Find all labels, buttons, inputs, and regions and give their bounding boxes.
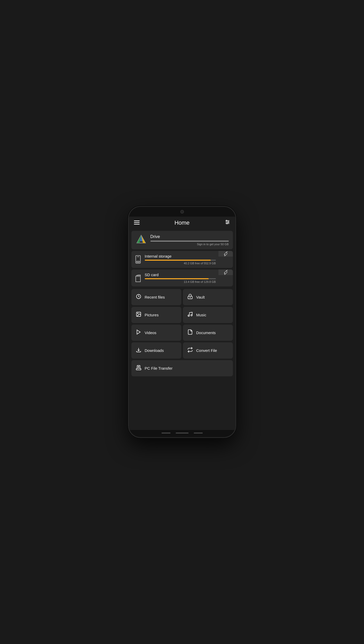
nav-recents-pill[interactable] xyxy=(194,433,203,434)
svg-point-26 xyxy=(137,313,138,314)
drive-logo-icon xyxy=(136,234,147,246)
clock-icon xyxy=(136,294,142,301)
svg-rect-2 xyxy=(134,224,140,225)
svg-point-17 xyxy=(138,262,138,262)
svg-point-6 xyxy=(226,220,227,221)
page-title: Home xyxy=(174,219,190,226)
internal-storage-progress xyxy=(145,260,211,261)
shortcut-music[interactable]: Music xyxy=(183,307,233,323)
svg-point-8 xyxy=(226,223,227,224)
svg-rect-1 xyxy=(134,222,140,223)
settings-icon[interactable] xyxy=(225,219,230,226)
broom-icon xyxy=(223,251,228,257)
nav-back-pill[interactable] xyxy=(162,433,171,434)
shortcut-vault[interactable]: Vault xyxy=(183,289,233,305)
recent-files-label: Recent files xyxy=(145,295,165,299)
sd-card-icon-wrap xyxy=(131,269,145,286)
shortcut-downloads[interactable]: Downloads xyxy=(131,342,181,359)
nav-home-pill[interactable] xyxy=(176,433,189,434)
downloads-label: Downloads xyxy=(145,348,164,353)
front-camera xyxy=(180,210,184,214)
pc-file-transfer-label: PC File Transfer xyxy=(145,366,173,370)
phone-storage-icon xyxy=(134,255,142,264)
internal-storage-info: Internal storage 40.2 GB free of 552.9 G… xyxy=(145,251,218,268)
documents-label: Documents xyxy=(196,331,216,335)
internal-storage-icon-wrap xyxy=(131,251,145,268)
svg-point-7 xyxy=(228,222,229,223)
music-icon xyxy=(187,311,193,318)
internal-storage-name: Internal storage xyxy=(145,254,218,258)
internal-storage-card[interactable]: Internal storage 40.2 GB free of 552.9 G… xyxy=(131,251,233,268)
content-area: Drive Sign in to get your 50 GB xyxy=(129,229,235,430)
shortcut-pictures[interactable]: Pictures xyxy=(131,307,181,323)
header: Home xyxy=(129,217,235,229)
sd-card-info: SD card 13.4 GB free of 129.8 GB xyxy=(145,269,218,286)
shortcut-convert-file[interactable]: Convert File xyxy=(183,342,233,359)
sd-card-free-text: 13.4 GB free of 129.8 GB xyxy=(145,280,216,283)
phone-frame: Home xyxy=(128,206,236,438)
drive-signin-text: Sign in to get your 50 GB xyxy=(150,243,229,246)
hamburger-menu-icon[interactable] xyxy=(134,220,140,225)
svg-point-28 xyxy=(191,315,192,316)
sd-card-progress xyxy=(145,278,209,279)
bottom-nav-bar xyxy=(129,430,235,437)
internal-storage-clean-button[interactable] xyxy=(218,251,233,257)
videos-label: Videos xyxy=(145,331,157,335)
sd-card-icon xyxy=(134,274,142,282)
shortcut-pc-file-transfer[interactable]: PC File Transfer xyxy=(131,360,233,376)
broom-icon-sd xyxy=(223,269,228,275)
downloads-icon xyxy=(136,347,142,354)
shortcut-recent-files[interactable]: Recent files xyxy=(131,289,181,305)
svg-point-27 xyxy=(188,315,189,317)
pictures-label: Pictures xyxy=(145,313,159,317)
pictures-icon xyxy=(136,311,142,318)
vault-icon xyxy=(187,294,193,301)
drive-name: Drive xyxy=(150,234,229,239)
phone-notch xyxy=(129,207,235,217)
vault-label: Vault xyxy=(196,295,205,299)
music-label: Music xyxy=(196,313,206,317)
phone-screen: Home xyxy=(129,207,235,437)
shortcut-documents[interactable]: Documents xyxy=(183,325,233,341)
shortcuts-grid: Recent files Vault xyxy=(131,289,233,376)
drive-progress-bar xyxy=(150,241,229,242)
internal-storage-free-text: 40.2 GB free of 552.9 GB xyxy=(145,262,216,265)
shortcut-videos[interactable]: Videos xyxy=(131,325,181,341)
convert-file-label: Convert File xyxy=(196,348,217,353)
svg-point-24 xyxy=(190,297,190,298)
pc-transfer-icon xyxy=(136,365,142,372)
svg-rect-32 xyxy=(136,369,141,370)
sd-card-name: SD card xyxy=(145,273,218,277)
sd-card-clean-button[interactable] xyxy=(218,269,233,275)
drive-info: Drive Sign in to get your 50 GB xyxy=(150,234,229,246)
sd-card-card[interactable]: SD card 13.4 GB free of 129.8 GB xyxy=(131,269,233,286)
svg-marker-29 xyxy=(137,330,140,334)
convert-file-icon xyxy=(187,347,193,354)
svg-rect-0 xyxy=(134,221,140,221)
drive-card[interactable]: Drive Sign in to get your 50 GB xyxy=(131,231,233,249)
videos-icon xyxy=(136,329,142,336)
documents-icon xyxy=(187,329,193,336)
